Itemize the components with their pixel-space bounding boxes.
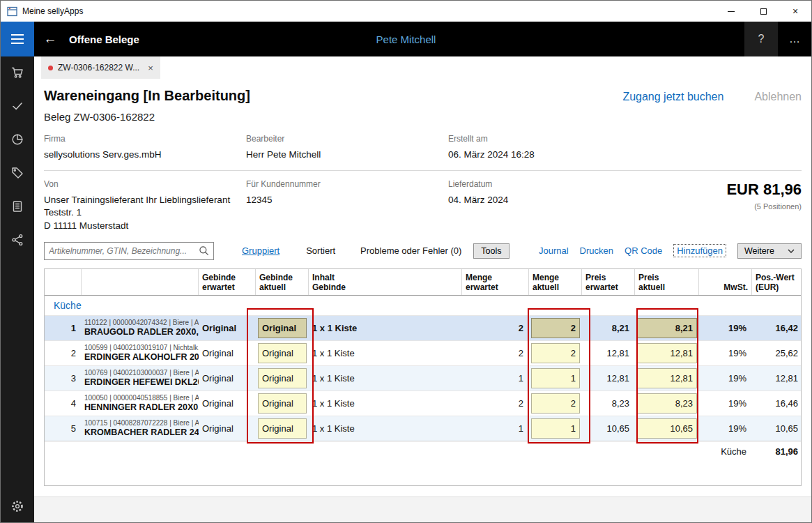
column-header[interactable]: Menge erwartet: [462, 269, 529, 295]
back-button[interactable]: ←: [34, 22, 66, 56]
add-link[interactable]: Hinzufügen: [673, 244, 726, 257]
column-header[interactable]: Menge aktuell: [529, 269, 582, 295]
more-actions-button[interactable]: Weitere: [737, 243, 802, 259]
inhalt-cell: 1 x 1 Kiste: [309, 391, 462, 416]
table-row[interactable]: 2100599 | 04002103019107 | Nichtalk...ER…: [45, 340, 801, 365]
article-code: 100715 | 04008287072228 | Biere | Al...: [84, 419, 199, 427]
search-icon[interactable]: [194, 245, 213, 256]
book-receipt-button[interactable]: Zugang jetzt buchen: [622, 91, 723, 103]
gebinde-aktuell-field[interactable]: Original: [258, 343, 307, 363]
sidebar-item-settings[interactable]: [1, 499, 34, 514]
print-link[interactable]: Drucken: [580, 245, 613, 256]
search-box: [44, 242, 214, 260]
document-title: Wareneingang [In Bearbeitung]: [44, 88, 250, 104]
close-icon: ×: [792, 6, 798, 17]
column-header[interactable]: Preis erwartet: [582, 269, 635, 295]
gebinde-erwartet-cell: Original: [199, 341, 256, 365]
preis-erwartet-cell: 8,21: [582, 316, 635, 340]
column-header[interactable]: Gebinde erwartet: [199, 269, 256, 295]
wert-cell: 16,46: [752, 391, 804, 416]
group-header[interactable]: Küche: [45, 296, 801, 315]
help-button[interactable]: ?: [744, 22, 778, 56]
problems-filter[interactable]: Probleme oder Fehler (0): [360, 245, 461, 256]
menge-aktuell-field[interactable]: 2: [531, 318, 580, 338]
minimize-icon: [728, 11, 735, 12]
table-row[interactable]: 1110122 | 00000042074342 | Biere | Al...…: [45, 315, 801, 340]
preis-aktuell-field[interactable]: 10,65: [637, 418, 697, 439]
column-header[interactable]: Preis aktuell: [635, 269, 699, 295]
tab-close-icon[interactable]: ×: [148, 63, 153, 73]
preis-aktuell-cell: 12,81: [635, 366, 699, 391]
unsaved-dot-icon: [48, 66, 53, 70]
article-cell: 100769 | 04002103000037 | Biere | Al...E…: [82, 366, 199, 391]
tools-button[interactable]: Tools: [473, 243, 509, 259]
more-options-button[interactable]: …: [778, 22, 811, 56]
column-header[interactable]: MwSt.: [699, 269, 752, 295]
journal-link[interactable]: Journal: [539, 245, 569, 256]
info-grid: Firma sellysolutions Serv.ges.mbH Bearbe…: [44, 134, 802, 232]
preis-aktuell-field[interactable]: 12,81: [637, 368, 697, 388]
preis-aktuell-cell: 12,81: [635, 341, 699, 365]
menge-aktuell-field[interactable]: 1: [531, 418, 580, 439]
article-cell: 100715 | 04008287072228 | Biere | Al...K…: [82, 416, 199, 441]
sidebar-item-share[interactable]: [1, 233, 34, 247]
gebinde-aktuell-field[interactable]: Original: [258, 418, 307, 439]
check-icon: [10, 99, 24, 113]
menge-aktuell-cell: 2: [529, 341, 582, 365]
column-header-empty: [45, 269, 82, 295]
gebinde-aktuell-field[interactable]: Original: [258, 393, 307, 414]
menge-aktuell-field[interactable]: 1: [531, 368, 580, 388]
gebinde-aktuell-field[interactable]: Original: [258, 318, 307, 338]
preis-aktuell-field[interactable]: 8,23: [637, 393, 697, 414]
document-content: Wareneingang [In Bearbeitung] Zugang jet…: [34, 79, 811, 522]
search-input[interactable]: [45, 246, 194, 256]
column-header[interactable]: Inhalt Gebinde: [309, 269, 462, 295]
menge-erwartet-cell: 1: [462, 366, 529, 391]
info-bearbeiter: Bearbeiter Herr Pete Mitchell: [246, 134, 448, 161]
document-tab[interactable]: ZW-0306-162822 W... ×: [41, 56, 160, 79]
article-code: 110122 | 00000042074342 | Biere | Al...: [84, 319, 199, 326]
tab-label: ZW-0306-162822 W...: [58, 63, 139, 73]
user-name[interactable]: Pete Mitchell: [376, 33, 436, 45]
menge-aktuell-field[interactable]: 2: [531, 343, 580, 363]
total-block: EUR 81,96 (5 Positionen): [726, 179, 802, 232]
qr-code-link[interactable]: QR Code: [625, 245, 662, 256]
num-cell: 4: [45, 391, 82, 416]
maximize-button[interactable]: [747, 1, 779, 22]
minimize-button[interactable]: [715, 1, 747, 22]
table-row[interactable]: 3100769 | 04002103000037 | Biere | Al...…: [45, 365, 801, 391]
hamburger-menu-button[interactable]: [1, 22, 34, 56]
preis-aktuell-field[interactable]: 12,81: [637, 343, 697, 363]
mwst-cell: 19%: [699, 416, 752, 441]
article-cell: 110122 | 00000042074342 | Biere | Al...B…: [82, 316, 199, 340]
inhalt-cell: 1 x 1 Kiste: [309, 341, 462, 365]
footer-group-total: 81,96: [775, 446, 804, 457]
column-header[interactable]: Pos.-Wert (EUR): [752, 269, 804, 295]
sidebar-item-prices[interactable]: [1, 166, 34, 180]
preis-aktuell-cell: 10,65: [635, 416, 699, 441]
preis-aktuell-cell: 8,23: [635, 391, 699, 416]
footer-group-label: Küche: [721, 446, 752, 457]
column-header[interactable]: Gebinde aktuell: [256, 269, 309, 295]
preis-erwartet-cell: 12,81: [582, 341, 635, 365]
menge-aktuell-field[interactable]: 2: [531, 393, 580, 414]
status-strip: [34, 497, 811, 522]
sidebar-item-cart[interactable]: [1, 66, 34, 79]
reject-button[interactable]: Ablehnen: [754, 91, 802, 103]
preis-aktuell-field[interactable]: 8,21: [637, 318, 697, 338]
gebinde-aktuell-field[interactable]: Original: [258, 368, 307, 388]
grouped-toggle[interactable]: Gruppiert: [242, 245, 279, 256]
article-code: 100050 | 00000040518855 | Biere | Al...: [84, 394, 199, 402]
table-row[interactable]: 5100715 | 04008287072228 | Biere | Al...…: [45, 416, 801, 441]
sidebar-item-tasks[interactable]: [1, 99, 34, 113]
sidebar-item-documents[interactable]: [1, 199, 34, 213]
table-row[interactable]: 4100050 | 00000040518855 | Biere | Al...…: [45, 391, 801, 416]
titlebar: Meine sellyApps ×: [1, 1, 811, 22]
tab-bar: ZW-0306-162822 W... ×: [34, 56, 811, 79]
mwst-cell: 19%: [699, 391, 752, 416]
ledger-icon: [10, 199, 24, 213]
sorted-toggle[interactable]: Sortiert: [306, 245, 335, 256]
sidebar-item-reports[interactable]: [1, 132, 34, 146]
table-empty-area: [45, 462, 801, 485]
close-button[interactable]: ×: [779, 1, 811, 22]
